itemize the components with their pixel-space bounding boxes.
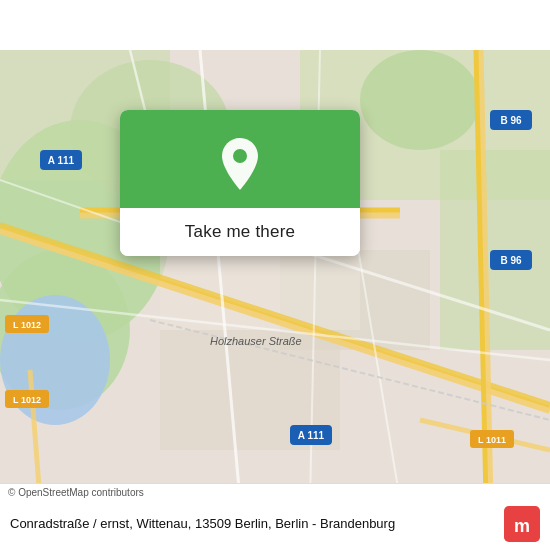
address-bar: Conradstraße / ernst, Wittenau, 13509 Be… [0,500,550,550]
moovit-icon: m [504,506,540,542]
address-text: Conradstraße / ernst, Wittenau, 13509 Be… [10,515,494,533]
svg-text:L 1012: L 1012 [13,395,41,405]
bottom-bar: © OpenStreetMap contributors Conradstraß… [0,483,550,550]
svg-point-7 [360,50,480,150]
svg-text:L 1012: L 1012 [13,320,41,330]
svg-text:Holzhauser Straße: Holzhauser Straße [210,335,302,347]
svg-text:B 96: B 96 [500,255,522,266]
svg-text:B 96: B 96 [500,115,522,126]
svg-text:A 111: A 111 [298,430,325,441]
attribution: © OpenStreetMap contributors [0,484,550,500]
map-background: A 111 A 111 B 96 B 96 L 1012 L 1012 L 10… [0,0,550,550]
svg-text:L 1011: L 1011 [478,435,506,445]
moovit-logo: m [504,506,540,542]
svg-text:m: m [514,516,530,536]
svg-text:A 111: A 111 [48,155,75,166]
location-pin-icon [218,138,262,190]
svg-point-45 [233,149,247,163]
popup-card: Take me there [120,110,360,256]
popup-green-area [120,110,360,208]
take-me-there-button[interactable]: Take me there [120,208,360,256]
map-container: A 111 A 111 B 96 B 96 L 1012 L 1012 L 10… [0,0,550,550]
